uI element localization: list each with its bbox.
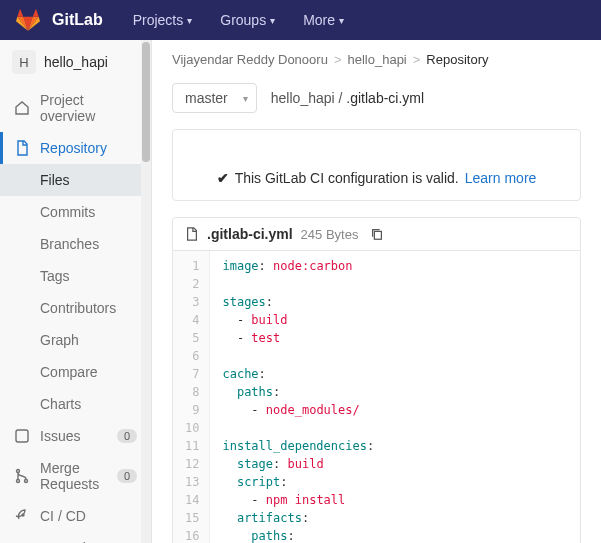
- file-path: hello_hapi / .gitlab-ci.yml: [271, 90, 424, 106]
- line-number[interactable]: 3: [173, 293, 209, 311]
- code-line: - node_modules/: [222, 401, 374, 419]
- code-line: - npm install: [222, 491, 374, 509]
- nav-more[interactable]: More▾: [293, 12, 354, 28]
- line-number[interactable]: 8: [173, 383, 209, 401]
- sidebar-item-overview[interactable]: Project overview: [0, 84, 151, 132]
- line-number[interactable]: 12: [173, 455, 209, 473]
- branch-select-value: master: [185, 90, 228, 106]
- code-line: image: node:carbon: [222, 257, 374, 275]
- chevron-down-icon: ▾: [243, 93, 248, 104]
- sidebar-item-operations[interactable]: Operations: [0, 532, 151, 543]
- svg-point-2: [17, 480, 20, 483]
- code-line: script:: [222, 473, 374, 491]
- sidebar-item-cicd[interactable]: CI / CD: [0, 500, 151, 532]
- rocket-icon: [14, 508, 30, 524]
- file-title: .gitlab-ci.yml: [207, 226, 293, 242]
- top-navbar: GitLab Projects▾ Groups▾ More▾: [0, 0, 601, 40]
- project-avatar: H: [12, 50, 36, 74]
- line-number[interactable]: 14: [173, 491, 209, 509]
- nav-projects[interactable]: Projects▾: [123, 12, 203, 28]
- sidebar-sub-tags[interactable]: Tags: [0, 260, 151, 292]
- scrollbar-thumb[interactable]: [142, 42, 150, 162]
- nav-projects-label: Projects: [133, 12, 184, 28]
- branch-select[interactable]: master ▾: [172, 83, 257, 113]
- line-number[interactable]: 11: [173, 437, 209, 455]
- code-line: stages:: [222, 293, 374, 311]
- breadcrumb: Vijayendar Reddy Donooru > hello_hapi > …: [172, 52, 581, 67]
- check-icon: ✔: [217, 170, 229, 186]
- sidebar-sub-contributors[interactable]: Contributors: [0, 292, 151, 324]
- main-content: Vijayendar Reddy Donooru > hello_hapi > …: [152, 40, 601, 543]
- mrs-count-badge: 0: [117, 469, 137, 483]
- ci-validation-panel: ✔ This GitLab CI configuration is valid.…: [172, 129, 581, 201]
- line-number[interactable]: 16: [173, 527, 209, 543]
- code-line: install_dependencies:: [222, 437, 374, 455]
- code-viewer: 123456789101112131415161718192021 image:…: [172, 251, 581, 543]
- code-line: [222, 347, 374, 365]
- sidebar-sub-graph[interactable]: Graph: [0, 324, 151, 356]
- chevron-down-icon: ▾: [270, 15, 275, 26]
- sidebar-item-repository[interactable]: Repository: [0, 132, 151, 164]
- code-line: [222, 275, 374, 293]
- merge-icon: [14, 468, 30, 484]
- code-line: artifacts:: [222, 509, 374, 527]
- line-number[interactable]: 6: [173, 347, 209, 365]
- line-number[interactable]: 13: [173, 473, 209, 491]
- project-header[interactable]: H hello_hapi: [0, 40, 151, 84]
- code-line: [222, 419, 374, 437]
- sidebar-sub-files[interactable]: Files: [0, 164, 151, 196]
- sidebar: H hello_hapi Project overview Repository…: [0, 40, 152, 543]
- nav-groups-label: Groups: [220, 12, 266, 28]
- line-number[interactable]: 9: [173, 401, 209, 419]
- copy-icon[interactable]: [370, 227, 384, 241]
- sidebar-sub-commits[interactable]: Commits: [0, 196, 151, 228]
- nav-groups[interactable]: Groups▾: [210, 12, 285, 28]
- sidebar-item-issues[interactable]: Issues 0: [0, 420, 151, 452]
- line-number-gutter: 123456789101112131415161718192021: [173, 251, 210, 543]
- breadcrumb-user[interactable]: Vijayendar Reddy Donooru: [172, 52, 328, 67]
- file-icon: [185, 227, 199, 241]
- gitlab-logo-icon: [16, 8, 40, 32]
- ci-validation-message: This GitLab CI configuration is valid.: [235, 170, 459, 186]
- path-root[interactable]: hello_hapi: [271, 90, 335, 106]
- line-number[interactable]: 5: [173, 329, 209, 347]
- line-number[interactable]: 1: [173, 257, 209, 275]
- code-content: image: node:carbon stages: - build - tes…: [210, 251, 386, 543]
- svg-point-1: [17, 470, 20, 473]
- learn-more-link[interactable]: Learn more: [465, 170, 537, 186]
- sidebar-sub-branches[interactable]: Branches: [0, 228, 151, 260]
- breadcrumb-project[interactable]: hello_hapi: [347, 52, 406, 67]
- code-line: stage: build: [222, 455, 374, 473]
- code-line: paths:: [222, 527, 374, 543]
- file-size: 245 Bytes: [301, 227, 359, 242]
- sidebar-item-label: Issues: [40, 428, 80, 444]
- svg-rect-0: [16, 430, 28, 442]
- line-number[interactable]: 4: [173, 311, 209, 329]
- code-line: paths:: [222, 383, 374, 401]
- line-number[interactable]: 7: [173, 365, 209, 383]
- code-line: - build: [222, 311, 374, 329]
- nav-more-label: More: [303, 12, 335, 28]
- svg-point-3: [25, 480, 28, 483]
- issues-icon: [14, 428, 30, 444]
- scrollbar-track[interactable]: [141, 40, 151, 543]
- line-number[interactable]: 2: [173, 275, 209, 293]
- sidebar-item-label: Repository: [40, 140, 107, 156]
- brand-name: GitLab: [52, 11, 103, 29]
- chevron-down-icon: ▾: [187, 15, 192, 26]
- sidebar-sub-compare[interactable]: Compare: [0, 356, 151, 388]
- issues-count-badge: 0: [117, 429, 137, 443]
- line-number[interactable]: 15: [173, 509, 209, 527]
- line-number[interactable]: 10: [173, 419, 209, 437]
- code-line: cache:: [222, 365, 374, 383]
- breadcrumb-separator: >: [413, 52, 421, 67]
- sidebar-item-merge-requests[interactable]: Merge Requests 0: [0, 452, 151, 500]
- chevron-down-icon: ▾: [339, 15, 344, 26]
- doc-icon: [14, 140, 30, 156]
- sidebar-item-label: CI / CD: [40, 508, 86, 524]
- sidebar-item-label: Project overview: [40, 92, 137, 124]
- home-icon: [14, 100, 30, 116]
- project-name: hello_hapi: [44, 54, 108, 70]
- sidebar-sub-charts[interactable]: Charts: [0, 388, 151, 420]
- code-line: - test: [222, 329, 374, 347]
